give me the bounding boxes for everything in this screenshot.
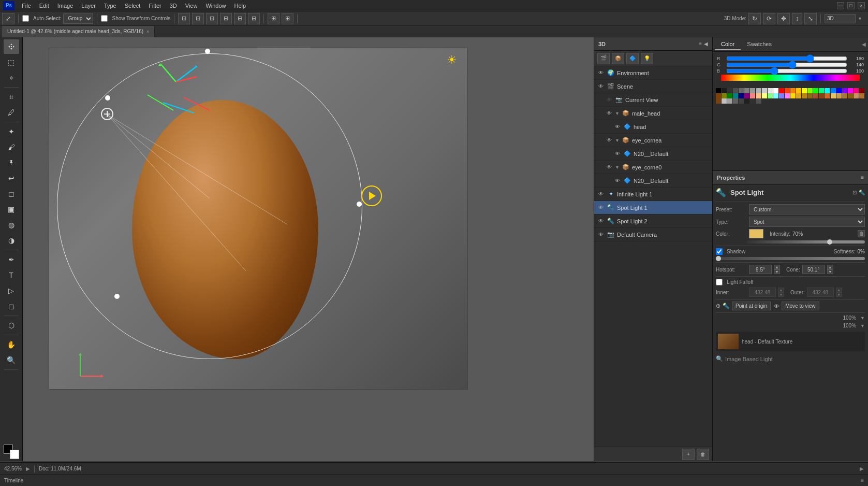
- circle-handle-tl[interactable]: [105, 95, 110, 101]
- hotspot-input[interactable]: [749, 265, 772, 274]
- color-cell[interactable]: [739, 88, 744, 93]
- shadow-checkbox[interactable]: [716, 248, 723, 255]
- color-cell[interactable]: [750, 93, 755, 98]
- point-origin-btn[interactable]: Point at origin: [732, 302, 771, 310]
- color-cell[interactable]: [790, 88, 796, 93]
- circle-handle-bl[interactable]: [114, 294, 120, 299]
- distribute-h-btn[interactable]: ⊞: [268, 13, 279, 24]
- maximize-btn[interactable]: □: [847, 2, 855, 9]
- color-cell[interactable]: [750, 98, 755, 104]
- main-tab[interactable]: Untitled-1 @ 42.6% (middle aged male hea…: [2, 26, 155, 37]
- lasso-tool[interactable]: ⌖: [4, 70, 19, 85]
- eye-spot-light-1[interactable]: 👁: [597, 204, 605, 211]
- color-cell[interactable]: [831, 88, 836, 93]
- color-cell[interactable]: [768, 93, 773, 98]
- color-cell[interactable]: [744, 93, 749, 98]
- 3d-rotate-btn[interactable]: ↻: [748, 13, 761, 24]
- color-cell[interactable]: [773, 88, 778, 93]
- menu-3d[interactable]: 3D: [166, 2, 181, 10]
- history-brush-tool[interactable]: ↩: [4, 171, 19, 185]
- color-cell[interactable]: [773, 93, 778, 98]
- color-cell[interactable]: [716, 98, 721, 104]
- 3d-panel-menu-btn[interactable]: ≡: [699, 41, 702, 47]
- props-menu-btn[interactable]: ≡: [861, 175, 864, 180]
- color-cell[interactable]: [727, 98, 732, 104]
- tab-close-btn[interactable]: ×: [146, 29, 149, 34]
- 3d-panel-collapse-btn[interactable]: ◀: [704, 41, 708, 47]
- outer-down[interactable]: ▼: [836, 292, 842, 297]
- color-cell[interactable]: [756, 88, 761, 93]
- crop-tool[interactable]: ⌗: [4, 90, 19, 104]
- color-cell[interactable]: [813, 88, 818, 93]
- outer-up[interactable]: ▲: [836, 288, 842, 292]
- color-cell[interactable]: [744, 98, 749, 104]
- softness-thumb[interactable]: [716, 256, 721, 261]
- move-tool-btn[interactable]: ⤢: [2, 13, 14, 24]
- 3d-tool[interactable]: ⬡: [4, 318, 19, 333]
- menu-file[interactable]: File: [18, 2, 35, 10]
- color-cell[interactable]: [825, 88, 830, 93]
- menu-layer[interactable]: Layer: [77, 2, 100, 10]
- menu-window[interactable]: Window: [201, 2, 230, 10]
- color-cell[interactable]: [813, 93, 818, 98]
- circle-handle-tc[interactable]: [205, 49, 210, 54]
- cone-input[interactable]: [802, 265, 825, 274]
- 3d-toolbar-material-btn[interactable]: 🔷: [626, 53, 639, 64]
- 3d-toolbar-light-btn[interactable]: 💡: [641, 53, 653, 64]
- eye-default-camera[interactable]: 👁: [597, 231, 605, 238]
- align-mid-btn[interactable]: ⊟: [234, 13, 246, 24]
- menu-help[interactable]: Help: [230, 2, 251, 10]
- layer-current-view[interactable]: 👁 📷 Current View: [594, 93, 712, 107]
- color-cell[interactable]: [733, 88, 738, 93]
- color-cell[interactable]: [836, 88, 842, 93]
- menu-select[interactable]: Select: [121, 2, 145, 10]
- status-play-btn[interactable]: ▶: [860, 466, 864, 471]
- percent-expand-2[interactable]: ▼: [860, 323, 865, 328]
- props-icon-2[interactable]: 🔦: [859, 190, 865, 195]
- color-cell[interactable]: [733, 93, 738, 98]
- layer-male-head[interactable]: 👁 ▼ 📦 male_head: [594, 107, 712, 120]
- auto-select-dropdown[interactable]: Group: [63, 13, 93, 24]
- light-color-swatch[interactable]: [749, 229, 763, 238]
- expand-eye-corne0[interactable]: ▼: [615, 165, 620, 170]
- align-top-btn[interactable]: ⊟: [220, 13, 232, 24]
- blur-tool[interactable]: ◍: [4, 218, 19, 232]
- eraser-tool[interactable]: ◻: [4, 187, 19, 201]
- color-cell[interactable]: [790, 93, 796, 98]
- circle-handle-r[interactable]: [357, 202, 362, 207]
- preset-dropdown[interactable]: Custom: [749, 204, 865, 215]
- inner-up[interactable]: ▲: [778, 288, 784, 292]
- layer-default-camera[interactable]: 👁 📷 Default Camera: [594, 228, 712, 241]
- mode-3d-input[interactable]: [825, 14, 856, 23]
- brush-tool[interactable]: 🖌: [4, 140, 19, 154]
- color-panel-collapse[interactable]: ◀: [862, 41, 866, 47]
- fg-bg-swatches[interactable]: [4, 445, 19, 459]
- texture-thumbnail[interactable]: [718, 334, 739, 349]
- hotspot-up[interactable]: ▲: [774, 265, 780, 269]
- hotspot-down[interactable]: ▼: [774, 269, 780, 274]
- falloff-checkbox[interactable]: [716, 279, 723, 285]
- outer-input[interactable]: [807, 288, 834, 297]
- r-slider[interactable]: [726, 56, 847, 61]
- color-cell[interactable]: [831, 93, 836, 98]
- eye-eye-cornea[interactable]: 👁: [606, 137, 613, 144]
- color-cell[interactable]: [722, 88, 727, 93]
- color-cell[interactable]: [750, 88, 755, 93]
- color-cell[interactable]: [785, 88, 790, 93]
- align-center-btn[interactable]: ⊡: [192, 13, 204, 24]
- 3d-toolbar-mesh-btn[interactable]: 📦: [612, 53, 624, 64]
- 3d-slide-btn[interactable]: ↕: [792, 13, 802, 24]
- g-slider[interactable]: [726, 63, 847, 67]
- timeline-menu[interactable]: ≡: [861, 478, 864, 483]
- color-cell[interactable]: [848, 88, 853, 93]
- auto-select-checkbox[interactable]: [22, 15, 29, 22]
- eye-infinite-light-1[interactable]: 👁: [597, 191, 605, 198]
- expand-male-head[interactable]: ▼: [615, 111, 620, 116]
- tab-swatches[interactable]: Swatches: [741, 39, 778, 50]
- intensity-thumb[interactable]: [827, 239, 832, 245]
- layer-eye-cornea[interactable]: 👁 ▼ 📦 eye_cornea: [594, 134, 712, 147]
- color-cell[interactable]: [807, 93, 813, 98]
- path-select-tool[interactable]: ▷: [4, 283, 19, 298]
- layer-eye-corne0[interactable]: 👁 ▼ 📦 eye_corne0: [594, 161, 712, 174]
- color-cell[interactable]: [802, 88, 807, 93]
